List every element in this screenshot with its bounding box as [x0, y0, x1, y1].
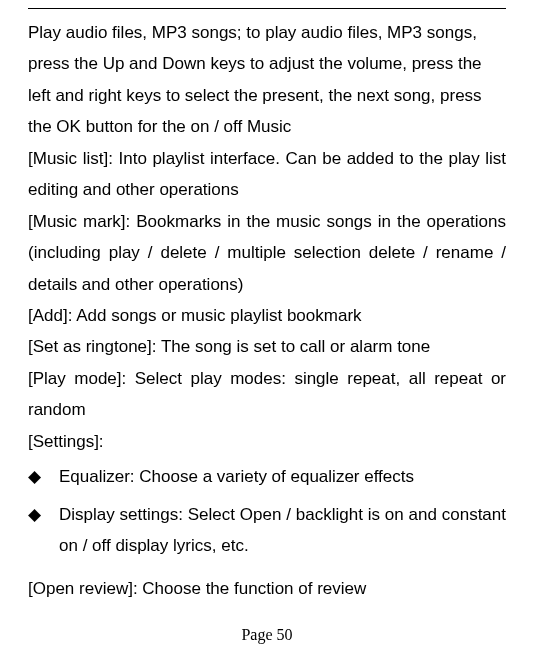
top-divider — [28, 8, 506, 9]
set-ringtone-item: [Set as ringtone]: The song is set to ca… — [28, 331, 506, 362]
bullet-equalizer: ◆ Equalizer: Choose a variety of equaliz… — [28, 461, 506, 492]
open-review-item: [Open review]: Choose the function of re… — [28, 573, 506, 604]
diamond-icon: ◆ — [28, 461, 41, 492]
bullet-equalizer-text: Equalizer: Choose a variety of equalizer… — [59, 461, 506, 492]
bullet-display: ◆ Display settings: Select Open / backli… — [28, 499, 506, 562]
diamond-icon: ◆ — [28, 499, 41, 530]
add-item: [Add]: Add songs or music playlist bookm… — [28, 300, 506, 331]
settings-item: [Settings]: — [28, 426, 506, 457]
play-mode-item: [Play mode]: Select play modes: single r… — [28, 363, 506, 426]
bullet-display-text: Display settings: Select Open / backligh… — [59, 499, 506, 562]
page-number: Page 50 — [0, 626, 534, 644]
music-list-item: [Music list]: Into playlist interface. C… — [28, 143, 506, 206]
music-mark-item: [Music mark]: Bookmarks in the music son… — [28, 206, 506, 300]
intro-paragraph: Play audio files, MP3 songs; to play aud… — [28, 17, 506, 143]
